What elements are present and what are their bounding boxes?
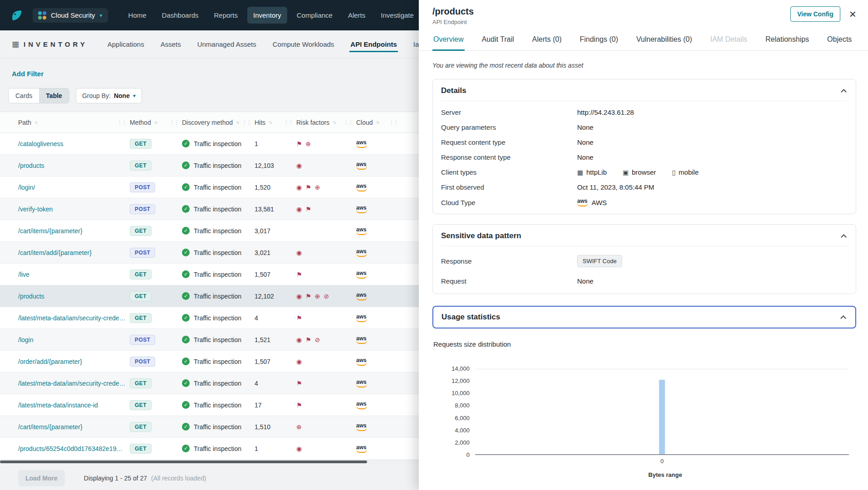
table-row[interactable]: /login/POST✓Traffic inspection1,520◉⚑⊕aw…: [0, 176, 422, 198]
panel-tab-findings-0[interactable]: Findings (0): [579, 31, 619, 51]
table-row[interactable]: /productsGET✓Traffic inspection12,102◉⚑⊕…: [0, 285, 422, 307]
column-grip-icon[interactable]: ⋮⋮: [389, 119, 398, 126]
view-config-button[interactable]: View Config: [790, 6, 840, 22]
cloud-cell: aws: [356, 292, 402, 300]
table-row[interactable]: /latest/meta-data/iam/security-credentia…: [0, 372, 422, 394]
column-grip-icon[interactable]: ⋮⋮: [169, 119, 178, 126]
table-row[interactable]: /verify-tokenPOST✓Traffic inspection13,5…: [0, 198, 422, 220]
table-row[interactable]: /cataloglivenessGET✓Traffic inspection1⚑…: [0, 133, 422, 155]
table-row[interactable]: /products/65254c0d0d1763482e195804GET✓Tr…: [0, 438, 422, 460]
table-row[interactable]: /loginPOST✓Traffic inspection1,521◉⚑⊘aws: [0, 329, 422, 351]
sensitive-section-header[interactable]: Sensitive data pattern: [441, 225, 848, 246]
sort-icon[interactable]: ↑↓: [34, 120, 37, 125]
path-link[interactable]: /latest/meta-data/iam/security-credentia…: [18, 380, 126, 387]
hits-cell: 3,021: [255, 249, 296, 256]
path-link[interactable]: /login/: [18, 184, 35, 191]
panel-tab-audit-trail[interactable]: Audit Trail: [481, 31, 515, 51]
path-link[interactable]: /live: [18, 271, 29, 278]
sort-icon[interactable]: ↑↓: [333, 120, 335, 125]
panel-tab-objects[interactable]: Objects: [826, 31, 853, 51]
check-circle-icon: ✓: [182, 336, 190, 343]
product-selector-label: Cloud Security: [51, 11, 95, 19]
inventory-tab-assets[interactable]: Assets: [160, 38, 182, 51]
panel-tab-overview[interactable]: Overview: [432, 31, 465, 51]
table-row[interactable]: /latest/meta-data/iam/security-credentia…: [0, 307, 422, 329]
table-row[interactable]: /cart/item/add/{parameter}POST✓Traffic i…: [0, 242, 422, 264]
filter-row: Add Filter: [0, 58, 422, 78]
nav-item-alerts[interactable]: Alerts: [342, 7, 371, 24]
inventory-tab-applications[interactable]: Applications: [107, 38, 145, 51]
cards-view-button[interactable]: Cards: [9, 88, 39, 103]
nav-item-dashboards[interactable]: Dashboards: [156, 7, 205, 24]
aws-logo: aws: [356, 249, 367, 257]
path-cell: /order/add/{parameter}: [0, 358, 130, 365]
risk-siren-icon: ◉: [296, 162, 302, 169]
path-link[interactable]: /verify-token: [18, 206, 53, 213]
group-by-dropdown[interactable]: Group By: None ▾: [76, 88, 142, 103]
panel-tab-alerts-0[interactable]: Alerts (0): [531, 31, 563, 51]
path-link[interactable]: /login: [18, 336, 33, 343]
sort-icon[interactable]: ↑↓: [154, 120, 157, 125]
scrollbar-thumb[interactable]: [0, 461, 367, 463]
check-circle-icon: ✓: [182, 140, 190, 147]
detail-value: None: [577, 123, 593, 131]
add-filter-button[interactable]: Add Filter: [12, 70, 44, 78]
table-row[interactable]: /productsGET✓Traffic inspection12,103◉aw…: [0, 155, 422, 176]
orca-logo[interactable]: [9, 8, 25, 23]
close-icon[interactable]: ×: [849, 8, 856, 20]
column-grip-icon[interactable]: ⋮⋮: [117, 119, 126, 126]
hits-cell: 1: [255, 445, 296, 452]
column-grip-icon[interactable]: ⋮⋮: [343, 119, 353, 126]
nav-item-investigate[interactable]: Investigate: [375, 7, 420, 24]
path-link[interactable]: /products: [18, 293, 44, 300]
path-link[interactable]: /cart/item/add/{parameter}: [18, 249, 92, 256]
horizontal-scrollbar[interactable]: [0, 460, 422, 464]
discovery-cell: ✓Traffic inspection: [182, 379, 255, 387]
sort-icon[interactable]: ↑↓: [236, 120, 239, 125]
column-grip-icon[interactable]: ⋮⋮: [284, 119, 293, 126]
path-link[interactable]: /catalogliveness: [18, 140, 64, 147]
risk-factors-cell: ⚑⊕: [296, 140, 356, 147]
panel-tab-relationships[interactable]: Relationships: [765, 31, 810, 51]
table-row[interactable]: /cart/items/{parameter}GET✓Traffic inspe…: [0, 416, 422, 438]
path-link[interactable]: /order/add/{parameter}: [18, 358, 82, 365]
details-section-header[interactable]: Details: [441, 79, 848, 101]
panel-tab-vulnerabilities-0[interactable]: Vulnerabilities (0): [635, 31, 693, 51]
table-row[interactable]: /latest/meta-data/instance-idGET✓Traffic…: [0, 394, 422, 416]
aws-logo: aws: [356, 445, 367, 453]
risk-factors-cell: ◉⚑⊘: [296, 336, 356, 343]
column-grip-icon[interactable]: ⋮⋮: [242, 119, 251, 126]
table-view-button[interactable]: Table: [39, 88, 69, 103]
nav-item-home[interactable]: Home: [123, 7, 152, 24]
inventory-tab-compute-workloads[interactable]: Compute Workloads: [272, 38, 335, 51]
nav-item-reports[interactable]: Reports: [208, 7, 244, 24]
sort-icon[interactable]: ↑↓: [376, 120, 379, 125]
path-link[interactable]: /cart/items/{parameter}: [18, 227, 83, 235]
inventory-tab-api-endpoints[interactable]: API Endpoints: [349, 38, 398, 51]
path-link[interactable]: /latest/meta-data/iam/security-credentia…: [18, 314, 126, 322]
path-link[interactable]: /latest/meta-data/instance-id: [18, 402, 98, 409]
risk-flag-icon: ⚑: [305, 206, 311, 213]
table-row[interactable]: /order/add/{parameter}POST✓Traffic inspe…: [0, 351, 422, 372]
path-link[interactable]: /products/65254c0d0d1763482e195804: [18, 445, 126, 452]
sort-icon[interactable]: ↑↓: [269, 120, 271, 125]
detail-label: Server: [441, 108, 577, 116]
inventory-icon: ▦: [12, 39, 19, 49]
inventory-tab-unmanaged-assets[interactable]: Unmanaged Assets: [196, 38, 257, 51]
nav-item-inventory[interactable]: Inventory: [247, 7, 287, 24]
table-row[interactable]: /liveGET✓Traffic inspection1,507⚑aws: [0, 264, 422, 285]
method-badge: GET: [130, 444, 152, 454]
column-label: Hits: [255, 119, 265, 126]
nav-item-compliance[interactable]: Compliance: [291, 7, 338, 24]
usage-statistics-header[interactable]: Usage statistics: [432, 306, 856, 328]
column-header-cloud: Cloud↑↓⋮⋮: [356, 119, 402, 126]
path-link[interactable]: /cart/items/{parameter}: [18, 423, 83, 431]
hits-cell: 1,521: [255, 336, 296, 343]
load-more-button[interactable]: Load More: [18, 470, 65, 486]
details-section-title: Details: [441, 86, 466, 95]
cloud-cell: aws: [356, 249, 402, 257]
path-link[interactable]: /products: [18, 162, 44, 169]
table-row[interactable]: /cart/items/{parameter}GET✓Traffic inspe…: [0, 220, 422, 242]
chart-plot: 0: [475, 369, 849, 455]
product-selector[interactable]: Cloud Security ▾: [33, 8, 108, 23]
